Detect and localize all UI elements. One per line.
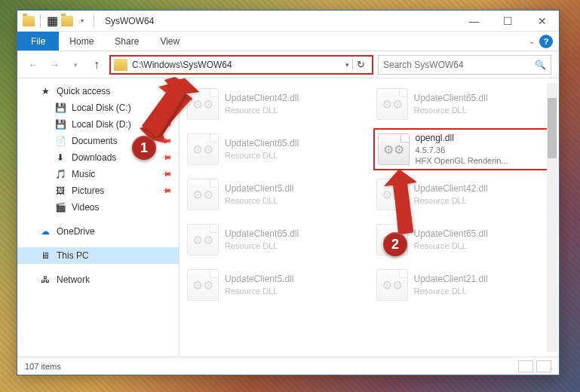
search-input[interactable]: [383, 60, 535, 70]
sidebar-item-local-disk-c[interactable]: 💾Local Disk (C:)📌: [17, 100, 179, 116]
sidebar-item-label: Local Disk (D:): [72, 119, 131, 130]
dll-file-icon: ⚙⚙: [376, 269, 408, 301]
disk-icon: 💾: [54, 102, 67, 114]
pin-icon: 📌: [161, 169, 173, 180]
maximize-button[interactable]: ☐: [491, 11, 525, 32]
sidebar-quick-access[interactable]: ★ Quick access: [17, 83, 179, 100]
up-button[interactable]: ↑: [88, 57, 105, 73]
file-item[interactable]: ⚙⚙ UpdateClient21.dll Resource DLL: [373, 264, 555, 306]
file-name: UpdateClient65.dll: [225, 228, 299, 240]
dll-file-icon: ⚙⚙: [187, 88, 219, 120]
file-item[interactable]: ⚙⚙ UpdateClient42.dll Resource DLL: [184, 83, 366, 125]
music-icon: 🎵: [54, 168, 67, 180]
file-sub1: Resource DLL: [414, 105, 488, 115]
close-button[interactable]: ✕: [525, 11, 559, 32]
file-info: UpdateClient65.dll Resource DLL: [225, 138, 299, 161]
back-button[interactable]: ←: [25, 57, 41, 73]
dll-file-icon: ⚙⚙: [376, 88, 408, 120]
new-folder-icon[interactable]: [60, 14, 74, 28]
file-sub2: HFX OpenGL Renderin...: [416, 155, 508, 166]
file-info: UpdateClient65.dll Resource DLL: [414, 93, 488, 115]
sidebar-item-label: Documents: [72, 136, 118, 146]
qat-chevron-icon[interactable]: ▾: [75, 14, 89, 28]
file-name: UpdateClient65.dll: [414, 93, 488, 105]
search-box[interactable]: 🔍: [378, 55, 551, 75]
file-info: UpdateClient42.dll Resource DLL: [225, 93, 299, 115]
tab-share[interactable]: Share: [104, 32, 149, 51]
file-item[interactable]: ⚙⚙ UpdateClient65.dll Resource DLL: [184, 219, 366, 261]
dll-file-icon: ⚙⚙: [376, 179, 408, 210]
downloads-icon: ⬇: [54, 152, 67, 164]
file-name: UpdateClient5.dll: [225, 183, 293, 195]
minimize-button[interactable]: ―: [457, 11, 491, 32]
file-item[interactable]: ⚙⚙ opengl.dll 4.5.7.36 HFX OpenGL Render…: [373, 128, 555, 170]
properties-icon[interactable]: ▦: [45, 14, 59, 28]
file-info: UpdateClient5.dll Resource DLL: [225, 274, 293, 296]
tab-view[interactable]: View: [149, 32, 190, 51]
dll-file-icon: ⚙⚙: [187, 133, 219, 165]
gear-icon: ⚙⚙: [382, 97, 403, 112]
sidebar-item-label: Network: [57, 274, 90, 285]
file-name: UpdateClient5.dll: [225, 274, 293, 286]
recent-dropdown-icon[interactable]: ▾: [67, 57, 84, 73]
search-icon[interactable]: 🔍: [535, 60, 546, 70]
file-sub1: 4.5.7.36: [416, 145, 508, 155]
gear-icon: ⚙⚙: [383, 142, 404, 157]
address-folder-icon: [114, 59, 127, 71]
dll-file-icon: ⚙⚙: [187, 179, 219, 210]
file-sub1: Resource DLL: [225, 195, 293, 206]
details-view-button[interactable]: [518, 360, 533, 372]
file-item[interactable]: ⚙⚙ UpdateClient65.dll Resource DLL: [373, 83, 555, 125]
gear-icon: ⚙⚙: [192, 233, 213, 247]
file-name: opengl.dll: [416, 133, 508, 145]
sidebar-item-music[interactable]: 🎵Music📌: [17, 166, 179, 182]
address-bar[interactable]: C:\Windows\SysWOW64 ▾ ↻: [109, 55, 373, 75]
onedrive-icon: ☁: [38, 225, 52, 237]
gear-icon: ⚙⚙: [192, 188, 213, 202]
file-item[interactable]: ⚙⚙ UpdateClient5.dll Resource DLL: [184, 264, 366, 306]
pin-icon: 📌: [161, 136, 173, 147]
tab-home[interactable]: Home: [59, 32, 104, 51]
gear-icon: ⚙⚙: [382, 188, 403, 202]
scrollbar-thumb[interactable]: [548, 98, 557, 158]
forward-button[interactable]: →: [46, 57, 63, 73]
pictures-icon: 🖼: [54, 185, 67, 197]
refresh-button[interactable]: ↻: [352, 59, 369, 70]
item-count: 107 items: [25, 362, 61, 371]
annotation-step-1: 1: [132, 136, 156, 160]
gear-icon: ⚙⚙: [192, 97, 213, 112]
file-tab[interactable]: File: [17, 32, 59, 51]
gear-icon: ⚙⚙: [192, 278, 213, 292]
file-list: ⚙⚙ UpdateClient42.dll Resource DLL ⚙⚙ Up…: [180, 78, 559, 357]
dll-file-icon: ⚙⚙: [187, 269, 219, 301]
quick-access-toolbar: ▦ ▾: [22, 14, 97, 28]
file-sub1: Resource DLL: [414, 286, 488, 296]
sidebar-onedrive[interactable]: ☁OneDrive: [17, 223, 179, 240]
sidebar-item-label: Downloads: [72, 152, 116, 163]
file-name: UpdateClient21.dll: [414, 274, 488, 286]
pin-icon: 📌: [161, 185, 173, 197]
vertical-scrollbar[interactable]: [547, 83, 557, 352]
file-info: opengl.dll 4.5.7.36 HFX OpenGL Renderin.…: [416, 133, 508, 166]
file-sub1: Resource DLL: [414, 240, 488, 251]
file-sub1: Resource DLL: [414, 195, 488, 206]
file-info: UpdateClient65.dll Resource DLL: [414, 228, 488, 251]
sidebar-network[interactable]: 🖧Network: [17, 271, 179, 288]
address-dropdown-icon[interactable]: ▾: [342, 61, 352, 69]
help-icon[interactable]: ?: [539, 35, 553, 48]
dll-file-icon: ⚙⚙: [378, 133, 410, 165]
file-sub1: Resource DLL: [225, 150, 299, 161]
file-item[interactable]: ⚙⚙ UpdateClient65.dll Resource DLL: [184, 128, 366, 170]
ribbon-expand-icon[interactable]: ⌄: [529, 37, 535, 45]
documents-icon: 📄: [54, 135, 67, 147]
navigation-pane: ★ Quick access 💾Local Disk (C:)📌 💾Local …: [17, 78, 180, 357]
sidebar-item-pictures[interactable]: 🖼Pictures📌: [17, 182, 179, 199]
file-item[interactable]: ⚙⚙ UpdateClient42.dll Resource DLL: [373, 173, 555, 216]
icons-view-button[interactable]: [536, 360, 551, 372]
sidebar-item-videos[interactable]: 🎬Videos: [17, 199, 179, 216]
sidebar-this-pc[interactable]: 🖥This PC: [17, 247, 179, 264]
file-item[interactable]: ⚙⚙ UpdateClient5.dll Resource DLL: [184, 173, 366, 216]
address-path[interactable]: C:\Windows\SysWOW64: [132, 60, 342, 70]
sidebar-item-local-disk-d[interactable]: 💾Local Disk (D:)📌: [17, 116, 179, 133]
file-info: UpdateClient21.dll Resource DLL: [414, 274, 488, 296]
